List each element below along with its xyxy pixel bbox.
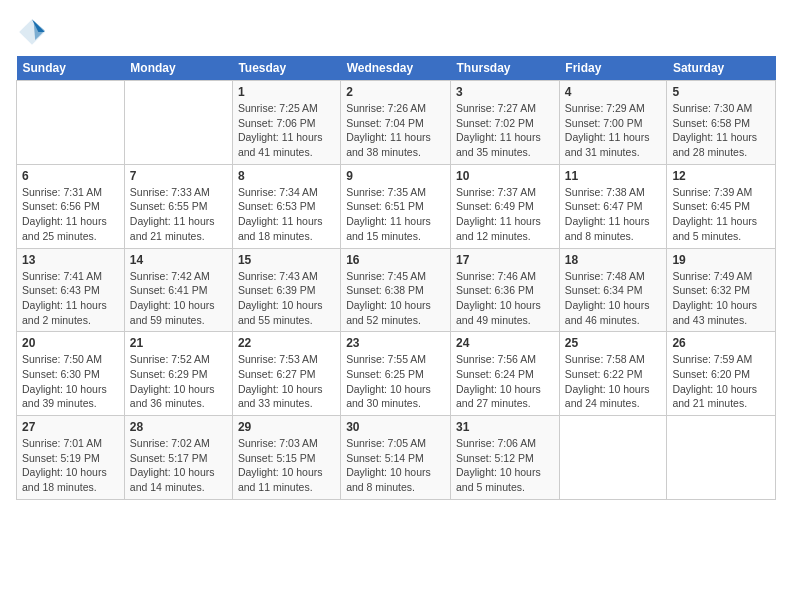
- daylight-hours: Daylight: 10 hours and 39 minutes.: [22, 383, 107, 410]
- day-info: Sunrise: 7:52 AM Sunset: 6:29 PM Dayligh…: [130, 352, 227, 411]
- day-info: Sunrise: 7:42 AM Sunset: 6:41 PM Dayligh…: [130, 269, 227, 328]
- day-number: 20: [22, 336, 119, 350]
- sunset-time: Sunset: 6:32 PM: [672, 284, 750, 296]
- day-number: 22: [238, 336, 335, 350]
- calendar-cell: [124, 81, 232, 165]
- sunrise-time: Sunrise: 7:46 AM: [456, 270, 536, 282]
- sunset-time: Sunset: 6:41 PM: [130, 284, 208, 296]
- day-info: Sunrise: 7:48 AM Sunset: 6:34 PM Dayligh…: [565, 269, 662, 328]
- calendar-week-row: 20 Sunrise: 7:50 AM Sunset: 6:30 PM Dayl…: [17, 332, 776, 416]
- day-info: Sunrise: 7:03 AM Sunset: 5:15 PM Dayligh…: [238, 436, 335, 495]
- weekday-header: Friday: [559, 56, 667, 81]
- calendar-cell: 1 Sunrise: 7:25 AM Sunset: 7:06 PM Dayli…: [232, 81, 340, 165]
- day-number: 10: [456, 169, 554, 183]
- sunrise-time: Sunrise: 7:35 AM: [346, 186, 426, 198]
- calendar-cell: 25 Sunrise: 7:58 AM Sunset: 6:22 PM Dayl…: [559, 332, 667, 416]
- sunset-time: Sunset: 6:51 PM: [346, 200, 424, 212]
- daylight-hours: Daylight: 11 hours and 2 minutes.: [22, 299, 107, 326]
- sunrise-time: Sunrise: 7:27 AM: [456, 102, 536, 114]
- daylight-hours: Daylight: 10 hours and 14 minutes.: [130, 466, 215, 493]
- sunset-time: Sunset: 6:58 PM: [672, 117, 750, 129]
- calendar-cell: 20 Sunrise: 7:50 AM Sunset: 6:30 PM Dayl…: [17, 332, 125, 416]
- day-info: Sunrise: 7:49 AM Sunset: 6:32 PM Dayligh…: [672, 269, 770, 328]
- page-header: [16, 16, 776, 48]
- day-number: 30: [346, 420, 445, 434]
- sunset-time: Sunset: 6:56 PM: [22, 200, 100, 212]
- day-number: 16: [346, 253, 445, 267]
- sunset-time: Sunset: 5:15 PM: [238, 452, 316, 464]
- day-info: Sunrise: 7:53 AM Sunset: 6:27 PM Dayligh…: [238, 352, 335, 411]
- day-number: 1: [238, 85, 335, 99]
- sunrise-time: Sunrise: 7:50 AM: [22, 353, 102, 365]
- day-info: Sunrise: 7:56 AM Sunset: 6:24 PM Dayligh…: [456, 352, 554, 411]
- sunrise-time: Sunrise: 7:53 AM: [238, 353, 318, 365]
- day-number: 21: [130, 336, 227, 350]
- calendar-cell: [559, 416, 667, 500]
- day-info: Sunrise: 7:01 AM Sunset: 5:19 PM Dayligh…: [22, 436, 119, 495]
- day-info: Sunrise: 7:37 AM Sunset: 6:49 PM Dayligh…: [456, 185, 554, 244]
- day-info: Sunrise: 7:50 AM Sunset: 6:30 PM Dayligh…: [22, 352, 119, 411]
- calendar-cell: 9 Sunrise: 7:35 AM Sunset: 6:51 PM Dayli…: [341, 164, 451, 248]
- calendar-cell: 22 Sunrise: 7:53 AM Sunset: 6:27 PM Dayl…: [232, 332, 340, 416]
- calendar-cell: 27 Sunrise: 7:01 AM Sunset: 5:19 PM Dayl…: [17, 416, 125, 500]
- sunset-time: Sunset: 6:27 PM: [238, 368, 316, 380]
- sunrise-time: Sunrise: 7:01 AM: [22, 437, 102, 449]
- sunrise-time: Sunrise: 7:42 AM: [130, 270, 210, 282]
- daylight-hours: Daylight: 10 hours and 59 minutes.: [130, 299, 215, 326]
- sunrise-time: Sunrise: 7:37 AM: [456, 186, 536, 198]
- sunrise-time: Sunrise: 7:45 AM: [346, 270, 426, 282]
- daylight-hours: Daylight: 11 hours and 38 minutes.: [346, 131, 431, 158]
- day-info: Sunrise: 7:46 AM Sunset: 6:36 PM Dayligh…: [456, 269, 554, 328]
- calendar-cell: 24 Sunrise: 7:56 AM Sunset: 6:24 PM Dayl…: [451, 332, 560, 416]
- day-number: 6: [22, 169, 119, 183]
- sunset-time: Sunset: 6:22 PM: [565, 368, 643, 380]
- weekday-header: Monday: [124, 56, 232, 81]
- calendar-week-row: 13 Sunrise: 7:41 AM Sunset: 6:43 PM Dayl…: [17, 248, 776, 332]
- sunrise-time: Sunrise: 7:55 AM: [346, 353, 426, 365]
- day-number: 27: [22, 420, 119, 434]
- sunset-time: Sunset: 6:34 PM: [565, 284, 643, 296]
- day-info: Sunrise: 7:58 AM Sunset: 6:22 PM Dayligh…: [565, 352, 662, 411]
- day-info: Sunrise: 7:43 AM Sunset: 6:39 PM Dayligh…: [238, 269, 335, 328]
- sunset-time: Sunset: 6:25 PM: [346, 368, 424, 380]
- day-number: 4: [565, 85, 662, 99]
- day-info: Sunrise: 7:34 AM Sunset: 6:53 PM Dayligh…: [238, 185, 335, 244]
- day-info: Sunrise: 7:27 AM Sunset: 7:02 PM Dayligh…: [456, 101, 554, 160]
- calendar-week-row: 1 Sunrise: 7:25 AM Sunset: 7:06 PM Dayli…: [17, 81, 776, 165]
- sunset-time: Sunset: 5:19 PM: [22, 452, 100, 464]
- calendar-cell: 19 Sunrise: 7:49 AM Sunset: 6:32 PM Dayl…: [667, 248, 776, 332]
- day-info: Sunrise: 7:25 AM Sunset: 7:06 PM Dayligh…: [238, 101, 335, 160]
- sunrise-time: Sunrise: 7:30 AM: [672, 102, 752, 114]
- sunset-time: Sunset: 5:17 PM: [130, 452, 208, 464]
- calendar-cell: 3 Sunrise: 7:27 AM Sunset: 7:02 PM Dayli…: [451, 81, 560, 165]
- day-info: Sunrise: 7:31 AM Sunset: 6:56 PM Dayligh…: [22, 185, 119, 244]
- daylight-hours: Daylight: 11 hours and 31 minutes.: [565, 131, 650, 158]
- sunrise-time: Sunrise: 7:05 AM: [346, 437, 426, 449]
- sunset-time: Sunset: 5:14 PM: [346, 452, 424, 464]
- day-number: 17: [456, 253, 554, 267]
- calendar-cell: 14 Sunrise: 7:42 AM Sunset: 6:41 PM Dayl…: [124, 248, 232, 332]
- calendar-cell: 13 Sunrise: 7:41 AM Sunset: 6:43 PM Dayl…: [17, 248, 125, 332]
- sunrise-time: Sunrise: 7:49 AM: [672, 270, 752, 282]
- daylight-hours: Daylight: 10 hours and 46 minutes.: [565, 299, 650, 326]
- day-number: 19: [672, 253, 770, 267]
- day-number: 29: [238, 420, 335, 434]
- day-info: Sunrise: 7:39 AM Sunset: 6:45 PM Dayligh…: [672, 185, 770, 244]
- sunrise-time: Sunrise: 7:33 AM: [130, 186, 210, 198]
- day-number: 7: [130, 169, 227, 183]
- calendar-cell: 30 Sunrise: 7:05 AM Sunset: 5:14 PM Dayl…: [341, 416, 451, 500]
- calendar-cell: 23 Sunrise: 7:55 AM Sunset: 6:25 PM Dayl…: [341, 332, 451, 416]
- day-number: 18: [565, 253, 662, 267]
- sunset-time: Sunset: 6:39 PM: [238, 284, 316, 296]
- daylight-hours: Daylight: 10 hours and 21 minutes.: [672, 383, 757, 410]
- calendar-cell: 5 Sunrise: 7:30 AM Sunset: 6:58 PM Dayli…: [667, 81, 776, 165]
- sunrise-time: Sunrise: 7:06 AM: [456, 437, 536, 449]
- weekday-header: Wednesday: [341, 56, 451, 81]
- sunset-time: Sunset: 5:12 PM: [456, 452, 534, 464]
- sunset-time: Sunset: 6:49 PM: [456, 200, 534, 212]
- sunrise-time: Sunrise: 7:48 AM: [565, 270, 645, 282]
- day-info: Sunrise: 7:45 AM Sunset: 6:38 PM Dayligh…: [346, 269, 445, 328]
- day-info: Sunrise: 7:30 AM Sunset: 6:58 PM Dayligh…: [672, 101, 770, 160]
- calendar-cell: 28 Sunrise: 7:02 AM Sunset: 5:17 PM Dayl…: [124, 416, 232, 500]
- day-number: 23: [346, 336, 445, 350]
